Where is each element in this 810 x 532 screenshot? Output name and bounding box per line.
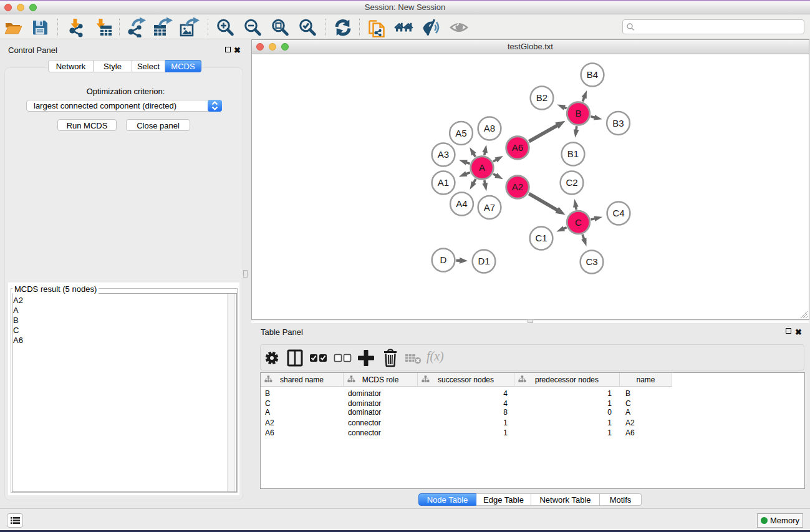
svg-text:A4: A4 [456,198,467,209]
svg-text:A8: A8 [484,123,495,133]
svg-text:B4: B4 [587,69,598,80]
svg-text:A: A [479,162,485,173]
svg-text:B: B [575,108,581,118]
svg-text:A5: A5 [455,128,466,138]
svg-text:B1: B1 [567,148,579,159]
svg-text:C3: C3 [586,256,597,267]
svg-text:D: D [440,254,447,265]
svg-text:C: C [575,217,582,228]
svg-text:B3: B3 [612,118,624,128]
svg-text:A7: A7 [484,202,495,213]
svg-text:C2: C2 [566,177,577,188]
svg-text:A6: A6 [512,142,523,153]
svg-text:D1: D1 [478,256,489,266]
svg-text:A3: A3 [438,149,449,160]
svg-text:C4: C4 [612,208,624,218]
svg-text:A2: A2 [512,181,523,192]
svg-text:A1: A1 [438,177,449,188]
svg-text:C1: C1 [535,233,547,243]
svg-text:B2: B2 [536,92,547,103]
